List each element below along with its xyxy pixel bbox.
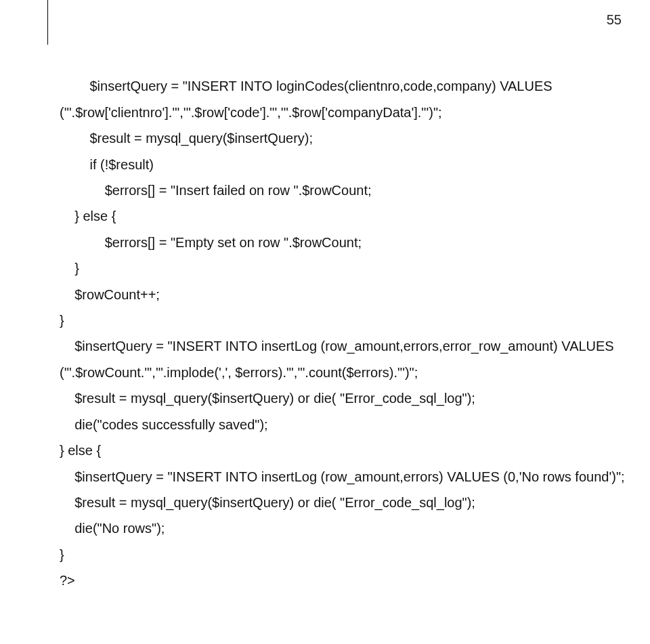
code-line: $insertQuery = "INSERT INTO loginCodes(c… [60,79,552,93]
code-line: ?> [60,573,75,588]
code-line: $insertQuery = "INSERT INTO insertLog (r… [60,339,614,353]
code-line: } [60,547,64,562]
code-line: $errors[] = "Insert failed on row ".$row… [60,183,372,198]
code-line: } else { [60,443,101,458]
code-line: } else { [60,209,116,223]
code-line: $insertQuery = "INSERT INTO insertLog (r… [60,469,625,484]
left-rule [47,0,48,45]
code-line: $result = mysql_query($insertQuery); [60,131,313,146]
code-line: die("No rows"); [60,521,165,536]
code-block: $insertQuery = "INSERT INTO loginCodes(c… [60,47,623,594]
code-line: $result = mysql_query($insertQuery) or d… [60,391,475,406]
code-line: } [60,261,79,276]
page-number: 55 [607,12,622,28]
code-line: ('".$row['clientnro']."','".$row['code']… [60,105,442,120]
code-line: } [60,313,64,328]
code-line: die("codes successfully saved"); [60,417,268,432]
code-line: if (!$result) [60,157,154,172]
code-line: ('".$rowCount."','".implode(',', $errors… [60,365,418,380]
code-line: $result = mysql_query($insertQuery) or d… [60,495,475,510]
code-line: $rowCount++; [60,287,160,302]
code-line: $errors[] = "Empty set on row ".$rowCoun… [60,235,362,250]
